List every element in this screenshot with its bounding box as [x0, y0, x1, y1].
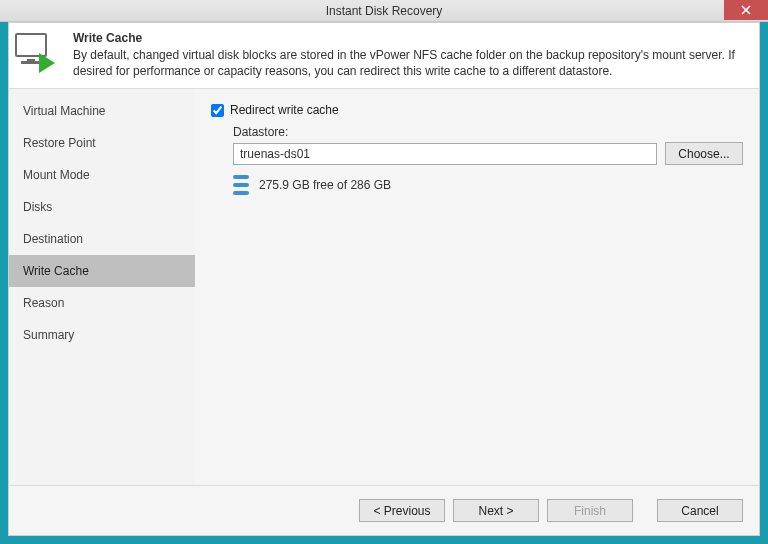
cancel-button[interactable]: Cancel — [657, 499, 743, 522]
sidebar-item-label: Restore Point — [23, 136, 96, 150]
datastore-free-text: 275.9 GB free of 286 GB — [259, 178, 391, 192]
sidebar-item-destination[interactable]: Destination — [9, 223, 195, 255]
sidebar-item-label: Virtual Machine — [23, 104, 106, 118]
header-text: Write Cache By default, changed virtual … — [73, 31, 749, 79]
previous-button[interactable]: < Previous — [359, 499, 445, 522]
sidebar-item-mount-mode[interactable]: Mount Mode — [9, 159, 195, 191]
sidebar-item-label: Write Cache — [23, 264, 89, 278]
sidebar-item-summary[interactable]: Summary — [9, 319, 195, 351]
sidebar-item-virtual-machine[interactable]: Virtual Machine — [9, 95, 195, 127]
redirect-cache-label: Redirect write cache — [230, 103, 339, 117]
sidebar-item-label: Mount Mode — [23, 168, 90, 182]
content-row: Virtual Machine Restore Point Mount Mode… — [9, 89, 759, 485]
sidebar-item-label: Summary — [23, 328, 74, 342]
footer-panel: < Previous Next > Finish Cancel — [9, 485, 759, 535]
header-description: By default, changed virtual disk blocks … — [73, 47, 749, 79]
sidebar-item-restore-point[interactable]: Restore Point — [9, 127, 195, 159]
sidebar-item-label: Destination — [23, 232, 83, 246]
close-button[interactable] — [724, 0, 768, 20]
sidebar-item-disks[interactable]: Disks — [9, 191, 195, 223]
redirect-cache-row: Redirect write cache — [211, 103, 743, 117]
main-panel: Redirect write cache Datastore: Choose..… — [195, 89, 759, 485]
sidebar-item-reason[interactable]: Reason — [9, 287, 195, 319]
header-panel: Write Cache By default, changed virtual … — [9, 23, 759, 89]
dialog-window: Instant Disk Recovery Write Cache By def… — [0, 0, 768, 544]
datastore-free-row: 275.9 GB free of 286 GB — [233, 175, 743, 195]
wizard-sidebar: Virtual Machine Restore Point Mount Mode… — [9, 89, 195, 485]
titlebar: Instant Disk Recovery — [0, 0, 768, 22]
next-button[interactable]: Next > — [453, 499, 539, 522]
dialog-body: Write Cache By default, changed virtual … — [8, 22, 760, 536]
finish-button: Finish — [547, 499, 633, 522]
choose-button[interactable]: Choose... — [665, 142, 743, 165]
sidebar-item-label: Reason — [23, 296, 64, 310]
wizard-step-icon — [15, 31, 63, 79]
datastore-icon — [233, 175, 249, 195]
redirect-cache-checkbox[interactable] — [211, 104, 224, 117]
datastore-row: Choose... — [233, 142, 743, 165]
close-icon — [741, 5, 751, 15]
window-title: Instant Disk Recovery — [326, 4, 443, 18]
datastore-label: Datastore: — [233, 125, 743, 139]
sidebar-item-label: Disks — [23, 200, 52, 214]
sidebar-item-write-cache[interactable]: Write Cache — [9, 255, 195, 287]
datastore-input[interactable] — [233, 143, 657, 165]
header-title: Write Cache — [73, 31, 749, 45]
